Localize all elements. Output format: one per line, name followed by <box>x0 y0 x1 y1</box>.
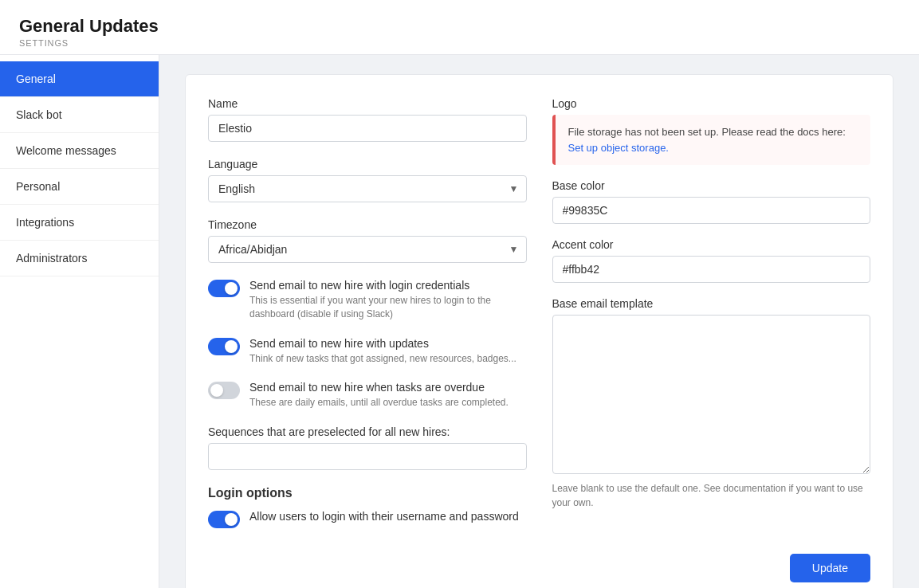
alert-text: File storage has not been set up. Please… <box>568 126 846 138</box>
language-field-group: Language English French Spanish German ▼ <box>208 158 527 202</box>
logo-field-group: Logo File storage has not been set up. P… <box>552 97 871 165</box>
toggle-email-updates-switch[interactable] <box>208 338 240 355</box>
sidebar-item-administrators[interactable]: Administrators <box>0 241 159 276</box>
base-color-label: Base color <box>552 179 871 192</box>
base-color-field-group: Base color <box>552 179 871 224</box>
toggle-login-credentials: Send email to new hire with login creden… <box>208 279 527 321</box>
layout: General Slack bot Welcome messages Perso… <box>0 55 919 588</box>
sidebar-item-slack-bot[interactable]: Slack bot <box>0 97 159 133</box>
logo-label: Logo <box>552 97 871 110</box>
toggle1-desc: This is essential if you want your new h… <box>249 294 527 321</box>
main-content: Name Language English French Spanish Ger… <box>159 55 919 588</box>
toggle-overdue-tasks: Send email to new hire when tasks are ov… <box>208 381 527 410</box>
right-column: Logo File storage has not been set up. P… <box>552 97 871 528</box>
base-email-field-group: Base email template Leave blank to use t… <box>552 297 871 510</box>
login-options-section: Login options Allow users to login with … <box>208 486 527 528</box>
language-select[interactable]: English French Spanish German <box>208 175 527 202</box>
name-label: Name <box>208 97 527 110</box>
update-btn-row: Update <box>208 547 870 582</box>
toggle-username-password: Allow users to login with their username… <box>208 510 527 528</box>
sidebar-item-integrations[interactable]: Integrations <box>0 205 159 241</box>
base-email-textarea[interactable] <box>552 315 871 474</box>
sequences-field-group: Sequences that are preselected for all n… <box>208 425 527 470</box>
page-title: General Updates <box>19 16 900 37</box>
toggle2-desc: Think of new tasks that got assigned, ne… <box>249 352 516 366</box>
toggle2-label: Send email to new hire with updates <box>249 337 516 350</box>
login-section-label: Login options <box>208 486 527 500</box>
storage-alert: File storage has not been set up. Please… <box>552 115 871 165</box>
page-header: General Updates SETTINGS <box>0 0 919 55</box>
sidebar-item-welcome-messages[interactable]: Welcome messages <box>0 133 159 169</box>
language-select-wrapper: English French Spanish German ▼ <box>208 175 527 202</box>
toggle-login-credentials-switch[interactable] <box>208 280 240 297</box>
base-email-label: Base email template <box>552 297 871 310</box>
timezone-select[interactable]: Africa/Abidjan Africa/Accra UTC <box>208 236 527 263</box>
left-column: Name Language English French Spanish Ger… <box>208 97 527 528</box>
timezone-field-group: Timezone Africa/Abidjan Africa/Accra UTC… <box>208 218 527 263</box>
toggle4-label: Allow users to login with their username… <box>249 510 519 523</box>
sequences-label: Sequences that are preselected for all n… <box>208 425 527 438</box>
sidebar: General Slack bot Welcome messages Perso… <box>0 55 159 588</box>
timezone-select-wrapper: Africa/Abidjan Africa/Accra UTC ▼ <box>208 236 527 263</box>
sequences-input[interactable] <box>208 443 527 470</box>
toggle3-desc: These are daily emails, until all overdu… <box>249 396 509 410</box>
toggle-email-updates: Send email to new hire with updates Thin… <box>208 337 527 366</box>
toggle3-label: Send email to new hire when tasks are ov… <box>249 381 509 394</box>
setup-storage-link[interactable]: Set up object storage. <box>568 142 669 154</box>
toggle-overdue-tasks-switch[interactable] <box>208 382 240 399</box>
toggle1-label: Send email to new hire with login creden… <box>249 279 527 292</box>
base-email-helper: Leave blank to use the default one. See … <box>552 481 871 510</box>
language-label: Language <box>208 158 527 171</box>
base-color-input[interactable] <box>552 197 871 224</box>
timezone-label: Timezone <box>208 218 527 231</box>
update-button[interactable]: Update <box>790 554 870 582</box>
toggle-username-password-switch[interactable] <box>208 511 240 528</box>
name-field-group: Name <box>208 97 527 142</box>
sidebar-item-general[interactable]: General <box>0 61 159 97</box>
content-card: Name Language English French Spanish Ger… <box>185 74 893 588</box>
accent-color-input[interactable] <box>552 256 871 283</box>
name-input[interactable] <box>208 115 527 142</box>
sidebar-item-personal[interactable]: Personal <box>0 169 159 205</box>
accent-color-field-group: Accent color <box>552 238 871 283</box>
page-subtitle: SETTINGS <box>19 38 900 48</box>
accent-color-label: Accent color <box>552 238 871 251</box>
